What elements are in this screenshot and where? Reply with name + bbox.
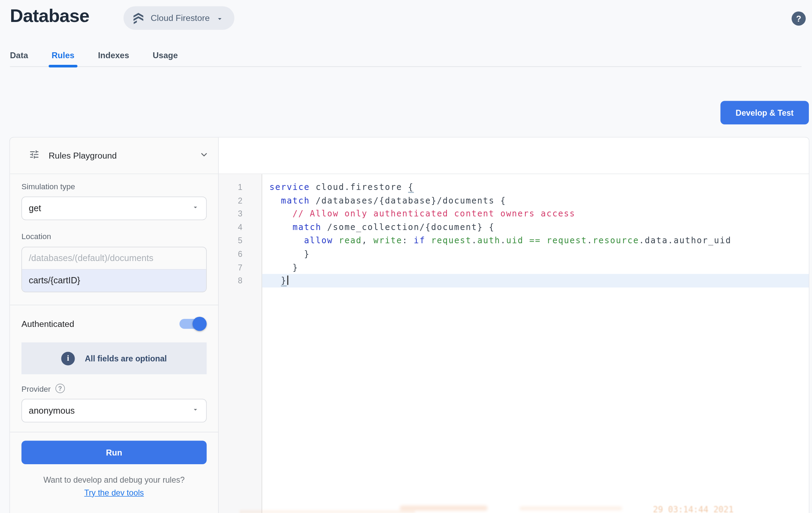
line-number: 2	[219, 194, 262, 207]
line-number: 3	[219, 207, 262, 220]
optional-fields-banner: i All fields are optional	[22, 343, 207, 375]
product-selector[interactable]: Cloud Firestore	[123, 6, 234, 30]
code-line[interactable]: }	[262, 261, 809, 274]
editor-gutter: 12345678	[219, 174, 262, 513]
line-number: 5	[219, 234, 262, 247]
line-number: 7	[219, 261, 262, 274]
editor-code-area[interactable]: service cloud.firestore { match /databas…	[262, 174, 809, 513]
editor-toolbar	[219, 138, 809, 174]
provider-label-row: Provider ?	[22, 384, 207, 393]
divider	[10, 305, 218, 306]
code-line[interactable]: }	[262, 274, 809, 287]
location-input[interactable]	[22, 247, 206, 269]
editor-body: 12345678 service cloud.firestore { match…	[219, 174, 809, 513]
firebase-database-rules-page: Database Cloud Firestore ? Data Rules In…	[0, 0, 812, 513]
authenticated-toggle[interactable]	[180, 317, 207, 331]
dropdown-caret-icon	[191, 405, 200, 416]
line-number: 8	[219, 274, 262, 287]
location-label: Location	[22, 232, 207, 241]
dev-tools-prompt: Want to develop and debug your rules?	[22, 475, 207, 485]
code-line[interactable]: match /databases/{database}/documents {	[262, 194, 809, 207]
code-line[interactable]: }	[262, 247, 809, 260]
simulation-type-select[interactable]: get	[22, 197, 207, 220]
optional-fields-text: All fields are optional	[85, 354, 167, 363]
text-cursor	[287, 276, 288, 285]
rules-card: Rules Playground Simulation type get Loc…	[9, 137, 810, 513]
tune-icon	[29, 149, 40, 162]
authenticated-row: Authenticated	[22, 317, 207, 331]
code-line[interactable]: allow read, write: if request.auth.uid =…	[262, 234, 809, 247]
dropdown-caret-icon	[216, 13, 224, 23]
develop-test-button[interactable]: Develop & Test	[721, 101, 809, 125]
location-group: carts/{cartID}	[22, 247, 207, 292]
simulation-type-value: get	[29, 203, 192, 214]
code-line[interactable]: service cloud.firestore {	[262, 181, 809, 194]
line-number: 4	[219, 221, 262, 234]
simulation-type-label: Simulation type	[22, 182, 207, 191]
dev-tools-link[interactable]: Try the dev tools	[84, 488, 144, 497]
page-header: Database Cloud Firestore ?	[0, 0, 812, 37]
line-number: 6	[219, 247, 262, 260]
location-path-option[interactable]: carts/{cartID}	[22, 269, 206, 292]
info-icon: i	[61, 352, 75, 365]
help-button[interactable]: ?	[792, 12, 806, 26]
provider-label: Provider	[22, 384, 51, 393]
rules-editor-panel: 12345678 service cloud.firestore { match…	[219, 138, 809, 513]
tab-indexes[interactable]: Indexes	[98, 45, 129, 67]
tab-bar: Data Rules Indexes Usage	[10, 45, 802, 67]
tab-data[interactable]: Data	[10, 45, 28, 67]
tab-rules[interactable]: Rules	[52, 45, 74, 67]
code-line[interactable]: // Allow only authenticated content owne…	[262, 207, 809, 220]
authenticated-label: Authenticated	[22, 319, 180, 329]
provider-select[interactable]: anonymous	[22, 399, 207, 423]
help-icon: ?	[796, 14, 801, 23]
run-button[interactable]: Run	[22, 441, 207, 465]
rules-playground-header[interactable]: Rules Playground	[10, 138, 218, 174]
provider-value: anonymous	[29, 405, 192, 416]
divider	[10, 432, 218, 432]
provider-help-icon[interactable]: ?	[55, 384, 65, 393]
page-title: Database	[10, 5, 89, 26]
collapse-chevron-icon[interactable]	[200, 150, 209, 161]
firestore-logo-icon	[132, 12, 145, 25]
toggle-thumb	[193, 317, 207, 331]
code-line[interactable]: match /some_collection/{document} {	[262, 221, 809, 234]
rules-playground-panel: Rules Playground Simulation type get Loc…	[10, 138, 219, 513]
dropdown-caret-icon	[191, 203, 200, 214]
rules-playground-body: Simulation type get Location carts/{cart…	[10, 174, 218, 513]
line-number: 1	[219, 181, 262, 194]
product-selector-label: Cloud Firestore	[151, 13, 210, 23]
rules-playground-title: Rules Playground	[49, 151, 191, 161]
tab-usage[interactable]: Usage	[153, 45, 178, 67]
